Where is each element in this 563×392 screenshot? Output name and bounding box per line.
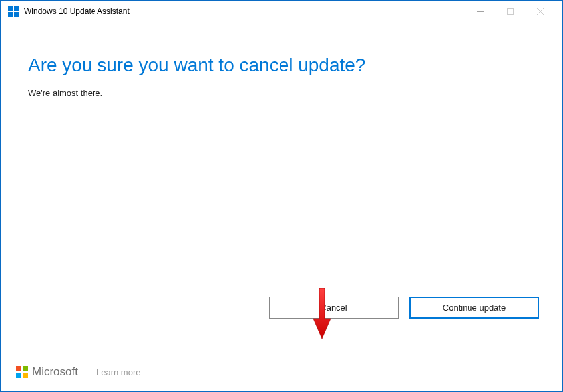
content-area: Are you sure you want to cancel update? …: [1, 21, 562, 359]
maximize-button: [495, 1, 525, 21]
window-controls: [465, 1, 555, 21]
cancel-button-label: Cancel: [320, 303, 347, 313]
close-button: [525, 1, 555, 21]
minimize-icon: [477, 8, 484, 15]
maximize-icon: [507, 8, 514, 15]
app-window: Windows 10 Update Assistant Are you sure…: [0, 0, 563, 392]
action-buttons: Cancel Continue update: [269, 297, 539, 319]
microsoft-logo: Microsoft: [16, 365, 78, 379]
close-icon: [537, 8, 544, 15]
learn-more-link[interactable]: Learn more: [96, 367, 140, 377]
footer: Microsoft Learn more: [1, 359, 562, 391]
microsoft-logo-icon: [16, 366, 28, 378]
continue-update-button[interactable]: Continue update: [409, 297, 539, 319]
cancel-button[interactable]: Cancel: [269, 297, 399, 319]
page-heading: Are you sure you want to cancel update?: [28, 55, 535, 76]
titlebar: Windows 10 Update Assistant: [1, 1, 562, 21]
microsoft-logo-text: Microsoft: [32, 365, 78, 379]
minimize-button[interactable]: [465, 1, 495, 21]
window-title: Windows 10 Update Assistant: [24, 7, 130, 16]
continue-button-label: Continue update: [443, 303, 506, 313]
page-subtext: We're almost there.: [28, 88, 535, 98]
svg-rect-1: [507, 9, 513, 15]
windows-icon: [8, 6, 19, 17]
